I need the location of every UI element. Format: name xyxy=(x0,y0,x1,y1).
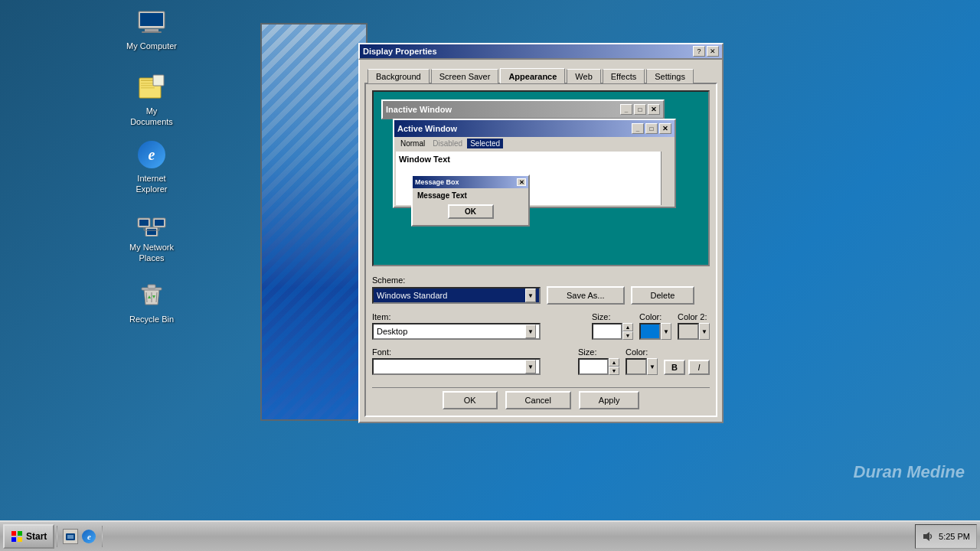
dialog-help-button[interactable]: ? xyxy=(693,46,705,57)
font-dropdown[interactable]: ▼ xyxy=(372,358,541,375)
dialog-titlebar: Display Properties ? ✕ xyxy=(358,43,724,60)
desktop-icon-internet-explorer[interactable]: e Internet Explorer xyxy=(121,136,182,198)
font-group: Font: ▼ xyxy=(372,347,572,375)
display-properties-dialog: Display Properties ? ✕ Background Screen… xyxy=(358,43,724,423)
font-color-label: Color: xyxy=(626,347,658,357)
desktop-icon-recycle-bin[interactable]: Recycle Bin xyxy=(121,277,182,328)
start-button[interactable]: Start xyxy=(3,524,54,549)
speaker-icon xyxy=(922,530,934,543)
preview-msgbox-title: Message Box xyxy=(415,178,517,186)
ie-quick-launch[interactable]: e xyxy=(81,529,96,544)
font-size-input[interactable] xyxy=(578,358,609,375)
color-picker: ▼ xyxy=(639,323,671,340)
font-color-arrow[interactable]: ▼ xyxy=(647,358,658,375)
svg-rect-13 xyxy=(155,220,164,226)
tab-web[interactable]: Web xyxy=(567,69,600,83)
bold-button[interactable]: B xyxy=(664,360,685,375)
font-size-spinner: ▲ ▼ xyxy=(578,358,619,375)
desktop-icon-network-places[interactable]: My Network Places xyxy=(121,205,182,267)
preview-inactive-minimize: _ xyxy=(620,104,632,115)
scheme-dropdown[interactable]: Windows Standard ▼ xyxy=(372,287,541,304)
size-spinner: ▲ ▼ xyxy=(592,323,633,340)
preview-inactive-maximize: □ xyxy=(634,104,646,115)
desktop-icon-my-computer[interactable]: My Computer xyxy=(121,4,182,54)
font-dropdown-arrow: ▼ xyxy=(525,360,536,373)
color-swatch[interactable] xyxy=(639,323,661,340)
system-tray: 5:25 PM xyxy=(915,524,977,549)
size-label: Size: xyxy=(592,312,633,321)
desktop-icon-my-documents[interactable]: My Documents xyxy=(121,69,182,131)
preview-menu-disabled: Disabled xyxy=(430,139,466,148)
size-arrows: ▲ ▼ xyxy=(622,323,633,340)
tab-background[interactable]: Background xyxy=(368,69,430,83)
svg-rect-24 xyxy=(11,537,16,542)
size-input[interactable] xyxy=(592,323,622,340)
color-label: Color: xyxy=(639,312,671,321)
preview-window-text: Window Text xyxy=(399,155,450,164)
color2-swatch[interactable] xyxy=(678,323,699,340)
font-color-picker: ▼ xyxy=(626,358,658,375)
preview-menu-normal: Normal xyxy=(397,139,428,148)
font-size-arrows: ▲ ▼ xyxy=(609,358,619,375)
svg-rect-11 xyxy=(139,220,149,226)
preview-inactive-close: ✕ xyxy=(648,104,660,115)
tab-appearance[interactable]: Appearance xyxy=(500,68,565,83)
taskbar-separator-2 xyxy=(102,526,103,547)
my-computer-label: My Computer xyxy=(126,41,177,51)
item-group: Item: Desktop ▼ xyxy=(372,312,586,340)
svg-rect-23 xyxy=(18,531,22,536)
preview-message-box: Message Box ✕ Message Text OK xyxy=(411,174,530,227)
font-color-swatch[interactable] xyxy=(626,358,647,375)
item-value: Desktop xyxy=(377,327,407,336)
preview-message-text: Message Text xyxy=(417,191,524,200)
quick-launch: e xyxy=(60,529,100,544)
tab-screen-saver[interactable]: Screen Saver xyxy=(431,69,499,83)
font-size-down[interactable]: ▼ xyxy=(609,367,619,375)
network-places-icon xyxy=(136,208,167,239)
delete-button[interactable]: Delete xyxy=(631,286,695,305)
color2-dropdown-arrow[interactable]: ▼ xyxy=(699,323,710,340)
taskbar-separator-1 xyxy=(57,526,57,547)
desktop: My Computer My Documents e Internet Expl… xyxy=(0,0,980,520)
preview-msgbox-close: ✕ xyxy=(517,178,526,186)
tab-settings[interactable]: Settings xyxy=(646,69,694,83)
recycle-bin-label: Recycle Bin xyxy=(129,314,174,324)
font-color-group: Color: ▼ xyxy=(626,347,658,375)
font-style-buttons: B I xyxy=(664,347,710,375)
preview-inactive-titlebar: Inactive Window _ □ ✕ xyxy=(383,101,663,118)
preview-msgbox-titlebar: Message Box ✕ xyxy=(413,176,528,188)
font-size-group: Size: ▲ ▼ xyxy=(578,347,619,375)
preview-scrollbar xyxy=(661,152,673,205)
cancel-button[interactable]: Cancel xyxy=(505,391,571,409)
preview-active-close: ✕ xyxy=(659,123,671,134)
show-desktop-button[interactable] xyxy=(63,529,78,544)
color-dropdown-arrow[interactable]: ▼ xyxy=(661,323,671,340)
preview-active-title: Active Window xyxy=(397,124,630,133)
preview-active-minimize: _ xyxy=(632,123,644,134)
svg-rect-25 xyxy=(18,537,22,542)
apply-button[interactable]: Apply xyxy=(579,391,640,409)
ok-button[interactable]: OK xyxy=(443,391,498,409)
tab-bar: Background Screen Saver Appearance Web E… xyxy=(364,64,717,83)
svg-marker-28 xyxy=(923,532,929,541)
recycle-bin-icon xyxy=(136,280,167,311)
preview-msgbox-body: Message Text OK xyxy=(413,188,528,225)
color2-group: Color 2: ▼ xyxy=(678,312,710,340)
preview-active-titlebar: Active Window _ □ ✕ xyxy=(394,120,675,137)
scheme-label: Scheme: xyxy=(372,276,710,285)
internet-explorer-label: Internet Explorer xyxy=(124,173,179,195)
my-documents-label: My Documents xyxy=(124,106,179,128)
preview-menu-selected: Selected xyxy=(467,139,503,148)
preview-menu-bar: Normal Disabled Selected xyxy=(394,137,675,150)
item-dropdown[interactable]: Desktop ▼ xyxy=(372,323,541,340)
tab-effects[interactable]: Effects xyxy=(603,69,645,83)
svg-rect-3 xyxy=(142,31,162,33)
dialog-close-button[interactable]: ✕ xyxy=(707,46,719,57)
background-decoration xyxy=(260,23,368,421)
color-group: Color: ▼ xyxy=(639,312,671,340)
font-size-up[interactable]: ▲ xyxy=(609,358,619,367)
size-up[interactable]: ▲ xyxy=(622,323,633,331)
size-down[interactable]: ▼ xyxy=(622,331,633,340)
save-as-button[interactable]: Save As... xyxy=(547,286,625,305)
italic-button[interactable]: I xyxy=(688,360,710,375)
